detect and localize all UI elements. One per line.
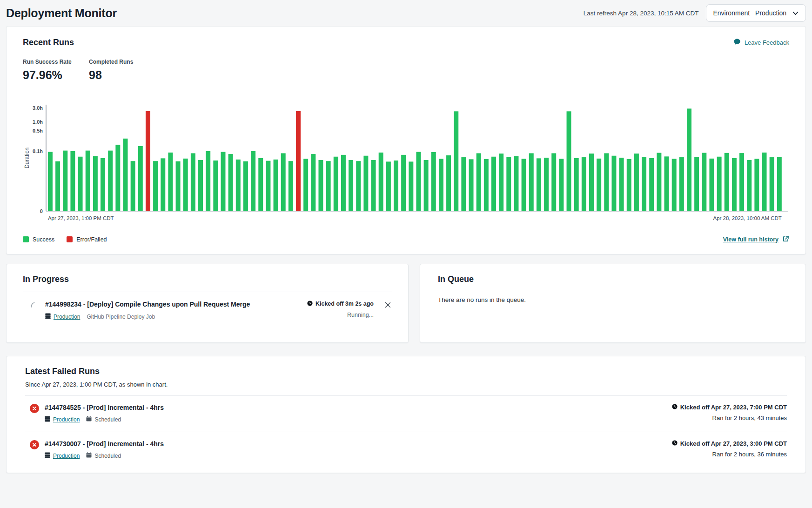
- run-bar-success[interactable]: [672, 159, 677, 211]
- run-bar-success[interactable]: [522, 159, 526, 211]
- run-bar-success[interactable]: [747, 160, 752, 211]
- run-bar-success[interactable]: [86, 151, 90, 211]
- run-bar-success[interactable]: [611, 156, 616, 211]
- run-bar-success[interactable]: [664, 156, 669, 211]
- run-bar-success[interactable]: [318, 160, 323, 211]
- run-bar-success[interactable]: [356, 161, 361, 211]
- run-bar-success[interactable]: [289, 161, 293, 211]
- run-bar-success[interactable]: [123, 139, 128, 211]
- run-bar-success[interactable]: [529, 153, 534, 211]
- run-bar-success[interactable]: [476, 153, 481, 211]
- run-bar-success[interactable]: [634, 154, 639, 211]
- run-bar-success[interactable]: [311, 154, 315, 211]
- run-bar-failed[interactable]: [296, 111, 301, 211]
- close-icon[interactable]: [384, 301, 392, 310]
- run-bar-success[interactable]: [679, 157, 684, 211]
- run-bar-success[interactable]: [161, 158, 165, 211]
- environment-dropdown[interactable]: Environment Production: [706, 4, 806, 22]
- run-bar-success[interactable]: [206, 151, 210, 211]
- run-bar-failed[interactable]: [146, 111, 150, 211]
- run-bar-success[interactable]: [770, 157, 774, 211]
- run-bar-success[interactable]: [266, 161, 270, 211]
- run-bar-success[interactable]: [326, 161, 331, 211]
- run-bar-success[interactable]: [55, 161, 60, 211]
- run-bar-success[interactable]: [394, 160, 398, 211]
- run-bar-success[interactable]: [48, 152, 53, 211]
- run-bar-success[interactable]: [446, 155, 451, 211]
- run-bar-success[interactable]: [303, 159, 308, 211]
- run-bar-success[interactable]: [725, 153, 729, 211]
- run-bar-success[interactable]: [281, 153, 286, 211]
- run-bar-success[interactable]: [627, 159, 631, 211]
- run-bar-success[interactable]: [649, 158, 654, 211]
- run-bar-success[interactable]: [168, 153, 173, 211]
- run-bar-success[interactable]: [363, 156, 368, 211]
- run-bar-success[interactable]: [274, 160, 278, 211]
- run-bar-success[interactable]: [371, 160, 376, 211]
- run-bar-success[interactable]: [176, 161, 181, 211]
- run-bar-success[interactable]: [582, 157, 586, 211]
- run-bar-success[interactable]: [70, 151, 75, 211]
- run-bar-success[interactable]: [777, 157, 782, 211]
- run-bar-success[interactable]: [642, 157, 646, 211]
- run-bar-success[interactable]: [754, 159, 759, 211]
- run-bar-success[interactable]: [439, 159, 443, 211]
- run-bar-success[interactable]: [461, 157, 466, 211]
- run-bar-success[interactable]: [567, 111, 571, 211]
- run-bar-success[interactable]: [484, 159, 489, 211]
- run-bar-success[interactable]: [78, 157, 83, 211]
- environment-link[interactable]: Production: [53, 453, 80, 459]
- run-bar-success[interactable]: [131, 161, 135, 211]
- run-bar-success[interactable]: [183, 159, 188, 211]
- run-bar-success[interactable]: [341, 155, 346, 211]
- run-bar-success[interactable]: [702, 153, 706, 211]
- run-bar-success[interactable]: [101, 158, 105, 211]
- run-bar-success[interactable]: [687, 108, 691, 211]
- run-bar-success[interactable]: [198, 160, 203, 211]
- run-bar-success[interactable]: [416, 152, 421, 211]
- run-bar-success[interactable]: [597, 159, 601, 211]
- run-bar-success[interactable]: [469, 159, 474, 211]
- run-bar-success[interactable]: [251, 151, 255, 211]
- run-bar-success[interactable]: [589, 154, 594, 211]
- run-bar-success[interactable]: [514, 156, 518, 211]
- run-bar-success[interactable]: [221, 152, 225, 211]
- run-bar-success[interactable]: [499, 154, 503, 211]
- run-bar-success[interactable]: [709, 159, 714, 211]
- run-bar-success[interactable]: [138, 146, 143, 211]
- run-bar-success[interactable]: [236, 160, 241, 211]
- run-bar-success[interactable]: [409, 161, 413, 211]
- run-bar-success[interactable]: [334, 157, 338, 211]
- environment-link[interactable]: Production: [54, 314, 80, 320]
- run-bar-success[interactable]: [386, 161, 391, 211]
- run-bar-success[interactable]: [349, 160, 353, 211]
- run-bar-success[interactable]: [491, 157, 496, 211]
- run-bar-success[interactable]: [258, 158, 263, 211]
- run-bar-success[interactable]: [506, 157, 511, 211]
- run-bar-success[interactable]: [108, 151, 113, 211]
- run-bar-success[interactable]: [191, 153, 195, 211]
- run-bar-success[interactable]: [559, 159, 564, 211]
- run-bar-success[interactable]: [228, 154, 233, 211]
- run-bar-success[interactable]: [213, 160, 218, 211]
- run-bar-success[interactable]: [243, 161, 248, 211]
- run-bar-success[interactable]: [657, 153, 661, 211]
- run-bar-success[interactable]: [454, 111, 458, 211]
- view-full-run-history-link[interactable]: View full run history: [723, 235, 789, 244]
- run-bar-success[interactable]: [574, 158, 579, 211]
- run-bar-success[interactable]: [604, 153, 609, 211]
- run-bar-success[interactable]: [401, 155, 406, 211]
- run-bar-success[interactable]: [551, 153, 556, 211]
- run-bar-success[interactable]: [153, 161, 158, 211]
- run-bar-success[interactable]: [732, 158, 737, 211]
- run-bar-success[interactable]: [63, 151, 67, 211]
- run-bar-success[interactable]: [739, 153, 744, 211]
- run-bar-success[interactable]: [544, 158, 549, 211]
- run-bar-success[interactable]: [619, 158, 624, 211]
- run-bar-success[interactable]: [424, 160, 429, 211]
- environment-link[interactable]: Production: [53, 416, 80, 423]
- run-bar-success[interactable]: [694, 157, 699, 211]
- run-bar-success[interactable]: [431, 152, 436, 211]
- run-bar-success[interactable]: [717, 157, 722, 211]
- run-bar-success[interactable]: [537, 158, 541, 211]
